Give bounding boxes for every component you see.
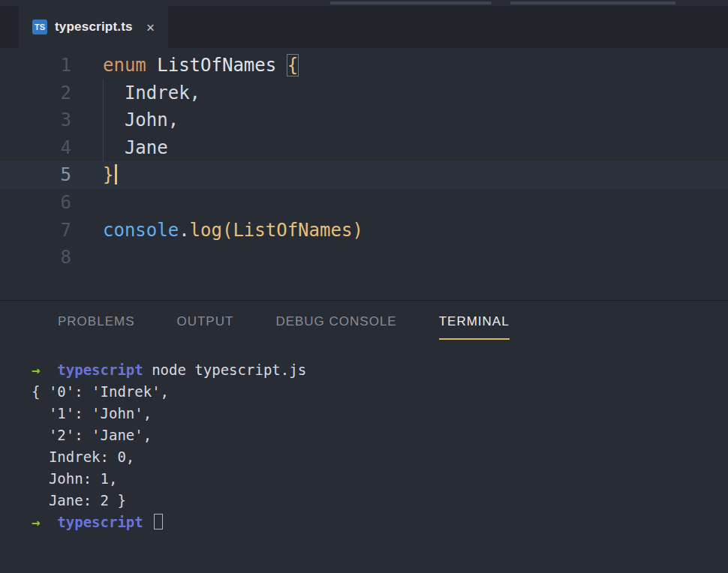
code-token: console — [103, 220, 179, 241]
terminal-token: node typescript.js — [143, 362, 306, 378]
line-number: 4 — [0, 134, 71, 162]
code-line[interactable]: 7console.log(ListOfNames) — [0, 217, 728, 244]
close-tab-icon[interactable]: × — [146, 20, 155, 34]
code-token: Indrek, — [103, 82, 200, 104]
terminal-line: Indrek: 0, — [32, 446, 728, 468]
code-line[interactable]: 8 — [0, 244, 728, 272]
code-token: log — [190, 220, 222, 241]
terminal-output[interactable]: → typescript node typescript.js{ '0': 'I… — [0, 340, 728, 533]
code-text: John, — [71, 106, 179, 134]
code-token: ( — [222, 220, 233, 241]
terminal-token: Indrek: 0, — [32, 448, 134, 465]
code-editor[interactable]: 1enum ListOfNames {2 Indrek,3 John,4 Jan… — [0, 48, 728, 300]
code-line[interactable]: 4 Jane — [0, 134, 728, 162]
code-token: ListOfNames — [157, 55, 276, 76]
code-text: Indrek, — [71, 80, 200, 107]
line-number: 8 — [0, 244, 71, 272]
line-number: 3 — [0, 106, 71, 134]
code-token: enum — [103, 55, 146, 76]
terminal-token — [40, 514, 57, 530]
typescript-file-icon: TS — [32, 20, 47, 34]
editor-lines: 1enum ListOfNames {2 Indrek,3 John,4 Jan… — [0, 52, 728, 272]
indent-guide — [103, 80, 104, 162]
terminal-line: → typescript — [32, 512, 728, 533]
tab-typescript-ts[interactable]: TS typescript.ts × — [19, 6, 168, 48]
code-text: console.log(ListOfNames) — [71, 217, 363, 244]
editor-tab-bar: TS typescript.ts × — [0, 6, 728, 48]
line-number: 7 — [0, 217, 71, 244]
panel-tab-terminal[interactable]: TERMINAL — [439, 314, 510, 340]
editor-cursor — [115, 164, 117, 184]
code-token: { — [287, 55, 298, 76]
terminal-token — [40, 362, 57, 378]
code-text — [71, 189, 103, 217]
panel-tabs: PROBLEMSOUTPUTDEBUG CONSOLETERMINAL — [0, 301, 728, 340]
terminal-line: '1': 'John', — [32, 403, 728, 424]
code-token: John, — [103, 110, 179, 130]
bottom-panel: PROBLEMSOUTPUTDEBUG CONSOLETERMINAL → ty… — [0, 300, 728, 573]
code-token — [276, 55, 287, 76]
terminal-token: typescript — [57, 362, 143, 378]
panel-tab-problems[interactable]: PROBLEMS — [58, 314, 134, 340]
code-token — [146, 55, 157, 76]
code-line[interactable]: 1enum ListOfNames { — [0, 52, 728, 80]
terminal-line: John: 1, — [32, 468, 728, 490]
terminal-token: '2': 'Jane', — [32, 427, 152, 443]
code-line[interactable]: 6 — [0, 189, 728, 217]
terminal-token: → — [32, 362, 40, 378]
code-text: } — [71, 161, 117, 189]
code-token: ListOfNames — [233, 220, 352, 241]
code-line[interactable]: 5} — [0, 161, 728, 189]
line-number: 1 — [0, 52, 71, 80]
code-line[interactable]: 2 Indrek, — [0, 80, 728, 107]
code-token: } — [103, 164, 113, 185]
terminal-line: { '0': 'Indrek', — [32, 381, 728, 403]
terminal-line: → typescript node typescript.js — [32, 359, 728, 381]
code-token: . — [179, 220, 189, 241]
terminal-cursor — [154, 514, 163, 530]
clipped-text-mark — [510, 2, 675, 4]
terminal-token: typescript — [57, 514, 143, 530]
code-text — [71, 244, 103, 272]
panel-tab-debug-console[interactable]: DEBUG CONSOLE — [275, 314, 396, 340]
clipped-content-strip — [0, 0, 728, 6]
terminal-line: Jane: 2 } — [32, 490, 728, 512]
line-number: 2 — [0, 80, 71, 107]
code-token: Jane — [103, 137, 168, 158]
line-number: 6 — [0, 189, 71, 217]
panel-tab-output[interactable]: OUTPUT — [176, 314, 233, 340]
code-text: enum ListOfNames { — [71, 52, 298, 80]
clipped-text-mark — [330, 2, 492, 4]
tab-label: typescript.ts — [55, 20, 133, 34]
code-line[interactable]: 3 John, — [0, 106, 728, 134]
terminal-line: '2': 'Jane', — [32, 424, 728, 446]
code-text: Jane — [71, 134, 168, 162]
terminal-token: Jane: 2 } — [32, 492, 126, 508]
terminal-token: John: 1, — [32, 470, 117, 487]
line-number: 5 — [0, 161, 71, 189]
terminal-token: { '0': 'Indrek', — [32, 383, 169, 400]
terminal-token — [143, 514, 152, 530]
terminal-token: → — [32, 514, 40, 530]
code-token: ) — [352, 220, 362, 241]
terminal-token: '1': 'John', — [32, 405, 152, 422]
